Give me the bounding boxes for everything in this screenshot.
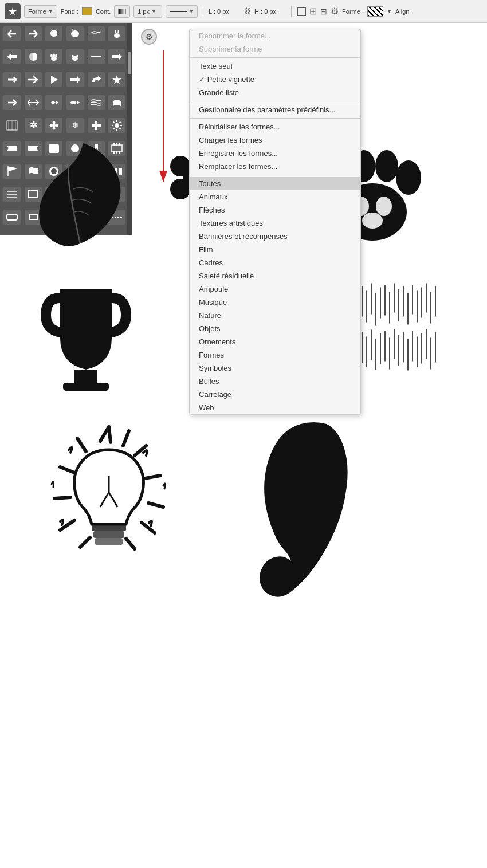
gear-icon[interactable]: ⚙ — [331, 6, 339, 17]
shape-feather-large[interactable] — [34, 138, 135, 254]
menu-cat-toutes[interactable]: Toutes — [190, 177, 360, 190]
svg-text:❄: ❄ — [72, 120, 79, 130]
menu-cat-web[interactable]: Web — [190, 401, 360, 414]
shape-line-4e[interactable] — [88, 95, 105, 110]
menu-cat-bannieres[interactable]: Bannières et récompenses — [190, 230, 360, 243]
shape-dog[interactable] — [66, 26, 84, 41]
forme2-label: Forme : — [342, 8, 364, 15]
menu-cat-ampoule[interactable]: Ampoule — [190, 282, 360, 296]
menu-cat-film[interactable]: Film — [190, 243, 360, 256]
menu-cat-nature[interactable]: Nature — [190, 309, 360, 322]
px-input[interactable]: 1 px ▼ — [133, 5, 162, 18]
svg-point-15 — [52, 124, 56, 127]
svg-line-137 — [123, 431, 129, 446]
separator-1 — [203, 6, 203, 17]
align-icon-2[interactable]: ⊟ — [320, 7, 327, 16]
shape-flag[interactable] — [3, 164, 21, 179]
shape-arrow-4d[interactable] — [66, 95, 84, 110]
menu-cat-formes[interactable]: Formes — [190, 348, 360, 362]
shape-paw-small[interactable] — [45, 49, 62, 64]
svg-point-4 — [53, 54, 55, 57]
svg-rect-81 — [74, 370, 97, 384]
shape-lightbulb-large[interactable] — [43, 418, 175, 569]
svg-line-127 — [77, 438, 86, 451]
svg-rect-54 — [7, 214, 17, 220]
forme-pattern[interactable] — [367, 6, 383, 17]
shape-cross[interactable] — [88, 118, 105, 133]
fond-swatch[interactable] — [82, 7, 92, 15]
forme-dropdown[interactable]: Forme ▼ — [24, 5, 57, 18]
shape-triangle-right[interactable] — [45, 72, 62, 87]
menu-cat-textures[interactable]: Textures artistiques — [190, 217, 360, 230]
shape-rabbit[interactable] — [108, 26, 125, 41]
svg-line-128 — [60, 467, 74, 473]
shape-banner1[interactable] — [3, 141, 21, 156]
shape-arrow-w1[interactable] — [3, 49, 21, 64]
fond-label: Fond : — [61, 8, 78, 15]
menu-large-list[interactable]: Grande liste — [190, 86, 360, 99]
shape-arrow-curved[interactable] — [88, 72, 105, 87]
menu-reset-shapes[interactable]: Réinitialiser les formes... — [190, 120, 360, 133]
chevron-forme: ▼ — [387, 9, 392, 14]
stroke-style[interactable]: ▼ — [166, 5, 198, 18]
menu-load-shapes[interactable]: Charger les formes — [190, 133, 360, 147]
menu-cat-salete[interactable]: Saleté résiduelle — [190, 269, 360, 282]
cont-swatch-area[interactable] — [114, 5, 130, 18]
shape-flower[interactable] — [45, 118, 62, 133]
shape-arrow-3a[interactable] — [3, 72, 21, 87]
menu-cat-carrelage[interactable]: Carrelage — [190, 388, 360, 401]
menu-small-thumb[interactable]: Petite vignette — [190, 73, 360, 86]
shape-arrow-4b[interactable] — [25, 95, 42, 110]
menu-cat-objets[interactable]: Objets — [190, 322, 360, 335]
shape-dash[interactable] — [88, 49, 105, 64]
menu-cat-cadres[interactable]: Cadres — [190, 256, 360, 269]
menu-save-shapes[interactable]: Enregistrer les formes... — [190, 147, 360, 160]
shape-bird[interactable] — [88, 26, 105, 41]
menu-cat-bulles[interactable]: Bulles — [190, 375, 360, 388]
menu-cat-symboles[interactable]: Symboles — [190, 362, 360, 375]
chevron-down-icon: ▼ — [48, 9, 53, 14]
shape-lines[interactable] — [3, 187, 21, 202]
shape-arrow-left[interactable] — [3, 26, 21, 41]
menu-cat-ornements[interactable]: Ornements — [190, 335, 360, 348]
shape-paw2-small[interactable] — [66, 49, 84, 64]
shape-sun[interactable] — [108, 118, 125, 133]
shape-horn-large[interactable] — [223, 418, 384, 604]
shape-arrow-right[interactable] — [25, 26, 42, 41]
shape-arrow-4f[interactable] — [108, 95, 125, 110]
svg-point-17 — [53, 127, 56, 130]
shape-arrow-3b[interactable] — [25, 72, 42, 87]
shape-texture-5a[interactable] — [3, 118, 21, 133]
shape-trophy-large[interactable] — [37, 281, 135, 403]
shape-star[interactable] — [108, 72, 125, 87]
svg-line-27 — [120, 128, 121, 129]
menu-manage-presets[interactable]: Gestionnaire des paramètres prédéfinis..… — [190, 103, 360, 116]
app-icon[interactable] — [5, 3, 21, 19]
menu-replace-shapes[interactable]: Remplacer les formes... — [190, 160, 360, 173]
shape-leaf[interactable] — [25, 49, 42, 64]
scroll-thumb[interactable] — [128, 52, 131, 74]
menu-cat-fleches[interactable]: Flèches — [190, 203, 360, 217]
menu-delete[interactable]: Supprimer la forme — [190, 42, 360, 56]
shape-arrow-4c[interactable] — [45, 95, 62, 110]
menu-cat-animaux[interactable]: Animaux — [190, 190, 360, 203]
svg-point-77 — [396, 160, 421, 195]
menu-cat-musique[interactable]: Musique — [190, 296, 360, 309]
shape-asterisk[interactable]: ✲ — [25, 118, 42, 133]
shape-cat[interactable] — [45, 26, 62, 41]
link-icon[interactable]: ⛓ — [244, 7, 251, 15]
menu-divider-4 — [190, 175, 360, 175]
shape-snowflake[interactable]: ❄ — [66, 118, 84, 133]
menu-rename[interactable]: Renommer la forme... — [190, 29, 360, 42]
shape-rounded-rect[interactable] — [3, 210, 21, 225]
align-square — [297, 7, 306, 16]
align-icon-1[interactable]: ⊞ — [309, 6, 317, 17]
svg-line-26 — [113, 122, 115, 123]
svg-point-21 — [115, 123, 119, 128]
shape-arrow-right2[interactable] — [66, 72, 84, 87]
gear-button[interactable]: ⚙ — [141, 29, 157, 45]
l-coord: L : 0 px — [209, 8, 240, 15]
shape-arrow-4a[interactable] — [3, 95, 21, 110]
menu-text-only[interactable]: Texte seul — [190, 60, 360, 73]
shape-arrow-bold[interactable] — [108, 49, 125, 64]
